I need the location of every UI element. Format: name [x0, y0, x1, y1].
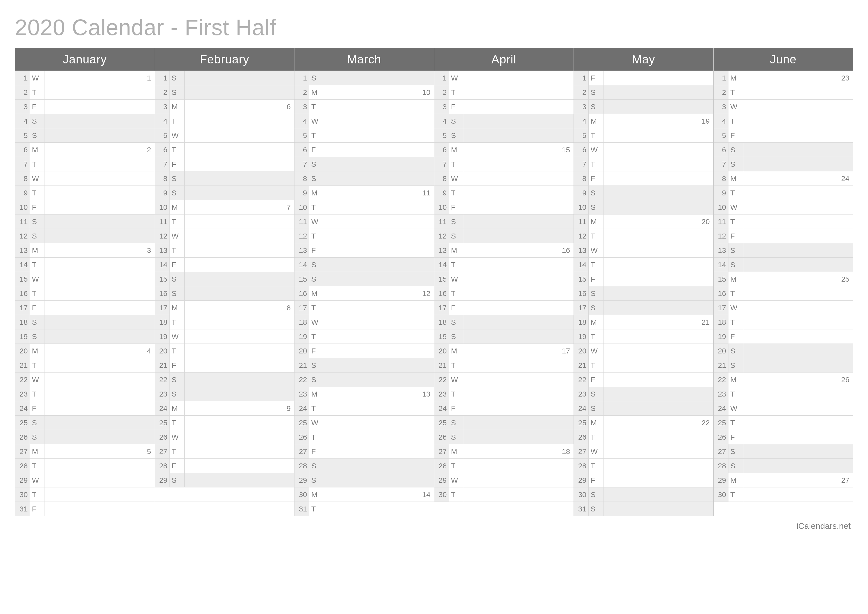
day-row: 1W1 [15, 71, 155, 85]
day-row: 13F [294, 243, 434, 257]
day-row: 24M9 [155, 401, 294, 415]
day-note: 14 [324, 487, 434, 502]
day-row: 19S [15, 329, 155, 344]
day-of-week: S [589, 200, 603, 214]
day-note [324, 473, 434, 487]
day-row: 28F [155, 459, 294, 473]
day-number: 10 [155, 200, 170, 214]
day-number: 16 [155, 286, 170, 300]
day-number: 21 [714, 358, 728, 372]
month-column: January1W12T3F4S5S6M27T8W9T10F11S12S13M3… [15, 48, 155, 516]
day-of-week: S [30, 114, 45, 128]
day-note [464, 459, 574, 473]
day-of-week: S [30, 128, 45, 142]
day-row: 21T [15, 358, 155, 372]
day-note [324, 143, 434, 157]
day-note [45, 85, 155, 99]
day-of-week: S [589, 401, 603, 415]
day-of-week: S [728, 445, 743, 459]
day-row: 19T [574, 329, 713, 344]
day-of-week: T [170, 344, 184, 358]
day-note: 3 [45, 243, 155, 257]
day-note [45, 200, 155, 214]
day-row: 15M25 [714, 272, 853, 286]
day-number: 7 [434, 157, 449, 171]
day-row: 9S [155, 185, 294, 200]
day-note: 25 [743, 272, 853, 286]
day-number: 18 [434, 315, 449, 329]
day-note [184, 315, 294, 329]
day-row: 19W [155, 329, 294, 344]
day-note: 13 [324, 387, 434, 401]
day-note [324, 128, 434, 142]
day-number: 4 [155, 114, 170, 128]
day-note [184, 330, 294, 344]
day-number: 27 [574, 445, 589, 459]
day-note [743, 143, 853, 157]
day-of-week: S [170, 186, 184, 200]
day-row: 2T [15, 85, 155, 99]
day-of-week: F [589, 171, 603, 185]
day-row: 12W [155, 229, 294, 243]
day-of-week: F [449, 200, 464, 214]
day-number: 13 [574, 243, 589, 257]
day-of-week: F [309, 143, 324, 157]
month-header: May [574, 48, 713, 71]
day-note [743, 330, 853, 344]
day-note [603, 487, 713, 502]
day-note [464, 71, 574, 85]
day-note [603, 229, 713, 243]
day-of-week: S [309, 358, 324, 372]
day-of-week: S [589, 186, 603, 200]
day-number: 29 [294, 473, 309, 487]
day-of-week: W [309, 114, 324, 128]
day-note [184, 387, 294, 401]
month-column: May1F2S3S4M195T6W7T8F9S10S11M2012T13W14T… [574, 48, 714, 516]
day-of-week: F [728, 128, 743, 142]
day-row: 18M21 [574, 315, 713, 329]
day-of-week: T [309, 128, 324, 142]
day-row: 2M10 [294, 85, 434, 99]
day-number: 12 [155, 229, 170, 243]
day-of-week: T [449, 85, 464, 99]
day-note [324, 315, 434, 329]
day-number: 24 [15, 401, 30, 415]
day-of-week: S [170, 387, 184, 401]
day-number: 26 [434, 430, 449, 444]
day-row: 25S [15, 415, 155, 430]
day-number: 27 [294, 445, 309, 459]
day-note [45, 186, 155, 200]
day-note [184, 445, 294, 459]
day-note [184, 215, 294, 229]
day-number: 12 [574, 229, 589, 243]
day-row: 20W [574, 344, 713, 358]
day-note: 18 [464, 445, 574, 459]
day-number: 20 [294, 344, 309, 358]
day-number: 9 [574, 186, 589, 200]
day-number: 9 [15, 186, 30, 200]
day-number: 19 [15, 330, 30, 344]
day-number: 8 [294, 171, 309, 185]
day-row: 21T [434, 358, 574, 372]
day-note: 2 [45, 143, 155, 157]
day-of-week: F [309, 344, 324, 358]
day-of-week: T [589, 430, 603, 444]
day-number: 22 [434, 373, 449, 387]
day-of-week: W [30, 473, 45, 487]
day-note [743, 229, 853, 243]
day-row: 31T [294, 502, 434, 516]
month-header: March [294, 48, 434, 71]
day-number: 17 [15, 301, 30, 315]
day-row: 5W [155, 128, 294, 142]
day-note [45, 272, 155, 286]
day-note [464, 99, 574, 114]
day-note [324, 330, 434, 344]
day-note [45, 157, 155, 171]
day-number: 29 [574, 473, 589, 487]
day-of-week: M [30, 143, 45, 157]
day-number: 8 [574, 171, 589, 185]
day-row: 17T [294, 300, 434, 315]
day-row: 15W [434, 272, 574, 286]
day-number: 3 [574, 99, 589, 114]
day-of-week: S [449, 128, 464, 142]
